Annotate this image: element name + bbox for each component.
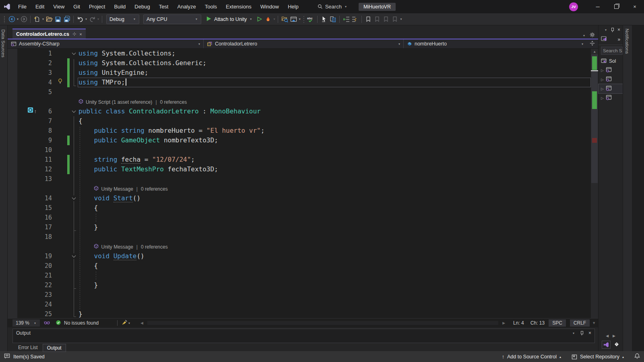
redo-icon[interactable] [88, 14, 97, 24]
line-indicator[interactable]: Ln: 4 [513, 320, 524, 326]
chevron-down-icon[interactable]: ▾ [298, 17, 301, 21]
horizontal-scrollbar[interactable] [147, 321, 498, 325]
visual-studio-badge-icon[interactable] [602, 341, 611, 349]
issues-status-label[interactable]: No issues found [64, 320, 99, 326]
fold-chevron-icon[interactable] [71, 51, 77, 56]
menu-analyze[interactable]: Analyze [173, 0, 200, 13]
window-position-chevron-icon[interactable]: ▾ [572, 331, 575, 335]
select-pointer-icon[interactable] [320, 14, 328, 24]
window-position-chevron-icon[interactable]: ▾ [604, 28, 607, 32]
solution-search-input[interactable]: Search S [601, 47, 623, 55]
type-dropdown[interactable]: ControladorLetrero ▾ [204, 39, 404, 48]
code-text[interactable]: using UnityEngine; [78, 68, 591, 78]
paste-block-icon[interactable] [328, 14, 337, 24]
spell-check-icon[interactable]: abc [306, 14, 315, 24]
start-without-debugging-icon[interactable] [255, 14, 264, 24]
scroll-up-icon[interactable]: ▲ [591, 49, 598, 54]
code-text[interactable]: Unity Script (1 asset reference)|0 refer… [78, 97, 591, 107]
hot-reload-icon[interactable] [264, 14, 272, 24]
project-dropdown[interactable]: Assembly-CSharp ▾ [8, 39, 204, 48]
clear-bookmarks-icon[interactable] [390, 14, 399, 24]
fold-chevron-icon[interactable] [71, 195, 77, 201]
git-changes-diamond-icon[interactable] [614, 341, 619, 348]
scroll-right-icon[interactable]: ▶ [500, 321, 508, 325]
code-text[interactable]: Unity Message|0 references [78, 242, 591, 251]
member-dropdown[interactable]: nombreHuerto ▾ [404, 39, 598, 48]
references-count[interactable]: 0 references [160, 97, 187, 107]
health-check-icon[interactable] [56, 320, 61, 327]
code-text[interactable]: } [78, 309, 591, 318]
code-text[interactable]: { [78, 203, 591, 213]
codelens-info[interactable]: Unity Message|0 references [94, 242, 167, 252]
menu-build[interactable]: Build [109, 0, 130, 13]
chevron-down-icon[interactable]: ▾ [128, 321, 131, 325]
code-text[interactable]: public string nombreHuerto = "El huerto … [78, 126, 591, 136]
scroll-left-icon[interactable]: ◀ [138, 321, 146, 325]
chevron-down-icon[interactable]: ▾ [16, 17, 19, 21]
code-text[interactable]: { [78, 261, 591, 271]
save-icon[interactable] [54, 14, 62, 24]
chevron-down-icon[interactable]: ▾ [41, 17, 45, 21]
solution-tree-item[interactable]: ▷ [599, 93, 623, 103]
references-count[interactable]: 0 references [141, 242, 168, 252]
codelens-info[interactable]: Unity Script (1 asset reference)|0 refer… [78, 97, 187, 107]
lightbulb-icon[interactable] [57, 78, 63, 87]
menu-git[interactable]: Git [69, 0, 85, 13]
chevron-down-icon[interactable]: ▾ [399, 17, 402, 21]
chevron-down-icon[interactable]: ▾ [97, 17, 100, 21]
code-text[interactable]: using System.Collections; [78, 49, 591, 58]
bottom-tab-error-list[interactable]: Error List [14, 344, 42, 352]
debug-configuration-select[interactable]: Debug▾ [106, 14, 139, 24]
menu-project[interactable]: Project [85, 0, 109, 13]
navigate-forward-icon[interactable] [19, 14, 28, 24]
indent-decrease-icon[interactable] [342, 14, 351, 24]
add-to-source-control-button[interactable]: ↑ Add to Source Control ▴ [502, 354, 561, 360]
menu-view[interactable]: View [49, 0, 69, 13]
zoom-select[interactable]: 139 % ▾ [12, 319, 40, 327]
line-ending-indicator[interactable]: CRLF [570, 319, 590, 327]
scroll-right-icon[interactable]: ▶ [613, 334, 615, 338]
tab-controladorletrero[interactable]: ControladorLetrero.cs ⊹ × [12, 29, 86, 39]
code-text[interactable]: } [78, 280, 591, 290]
find-in-files-icon[interactable] [280, 14, 289, 24]
attach-unity-vs-icon[interactable] [601, 36, 607, 43]
open-folder-icon[interactable] [45, 14, 54, 24]
restore-button[interactable] [607, 0, 625, 13]
code-text[interactable] [78, 271, 591, 280]
window-project-title[interactable]: MiHuertoVR [359, 3, 396, 11]
code-text[interactable]: void Update() [78, 251, 591, 261]
code-text[interactable] [78, 290, 591, 300]
editor-settings-gear-icon[interactable] [590, 32, 595, 39]
code-text[interactable] [78, 232, 591, 242]
menu-help[interactable]: Help [283, 0, 303, 13]
code-text[interactable]: string fecha = "12/07/24"; [78, 155, 591, 165]
split-editor-icon[interactable] [590, 41, 595, 47]
code-text[interactable]: using TMPro; [78, 78, 591, 87]
code-cleanup-broom-icon[interactable] [122, 319, 128, 327]
next-bookmark-icon[interactable] [382, 14, 390, 24]
close-panel-icon[interactable]: × [588, 330, 591, 336]
solution-tree-item[interactable]: ▷ [599, 75, 623, 84]
bell-icon[interactable] [634, 353, 640, 360]
data-sources-tab[interactable]: Data Sources [0, 25, 8, 351]
vertical-scrollbar[interactable]: ▲ [591, 49, 598, 318]
pin-icon[interactable] [611, 27, 614, 33]
code-text[interactable] [78, 300, 591, 309]
solution-tree-item[interactable]: ▷ [599, 84, 623, 93]
chevron-down-icon[interactable]: ▾ [272, 17, 276, 21]
undo-icon[interactable] [76, 14, 85, 24]
expand-arrow-icon[interactable]: ▷ [601, 68, 604, 72]
code-text[interactable] [78, 174, 591, 184]
notifications-tab[interactable]: Notifications [623, 25, 632, 351]
menu-window[interactable]: Window [256, 0, 283, 13]
code-text[interactable] [78, 87, 591, 97]
expand-arrow-icon[interactable]: ▷ [601, 87, 604, 91]
scroll-left-icon[interactable]: ◀ [606, 334, 609, 338]
expand-arrow-icon[interactable]: ▷ [601, 78, 604, 82]
code-text[interactable]: } [78, 222, 591, 232]
expand-arrow-icon[interactable]: ▷ [601, 96, 604, 100]
code-text[interactable]: Unity Message|0 references [78, 184, 591, 193]
minimize-button[interactable]: ─ [588, 0, 607, 13]
menu-tools[interactable]: Tools [200, 0, 221, 13]
attach-to-unity-button[interactable]: Attach to Unity▾ [203, 16, 255, 23]
